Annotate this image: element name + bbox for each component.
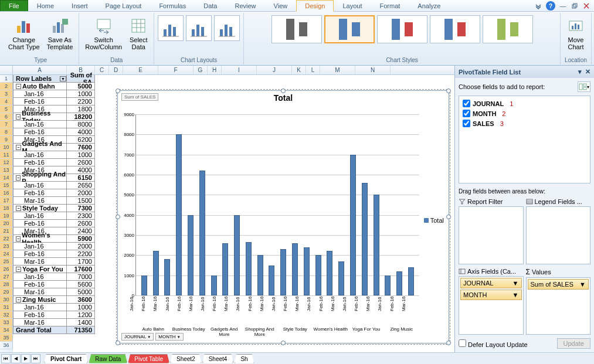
col-header[interactable]: D [109, 66, 123, 74]
row-header[interactable]: 28 [0, 281, 13, 288]
axis-pill[interactable]: MONTH▼ [460, 290, 522, 300]
tab-view[interactable]: View [265, 0, 297, 11]
field-month[interactable]: MONTH2 [461, 108, 588, 118]
col-header[interactable]: A [13, 66, 67, 74]
col-header[interactable]: E [123, 66, 158, 74]
tab-review[interactable]: Review [226, 0, 264, 11]
field-list[interactable]: JOURNAL1MONTH2SALES3 [459, 96, 590, 183]
sheet-nav-next[interactable]: ▶ [21, 354, 30, 363]
file-tab[interactable]: File [0, 0, 28, 11]
row-header[interactable]: 12 [0, 159, 13, 166]
sheet-nav-last[interactable]: ⏭ [31, 354, 40, 363]
col-header[interactable]: C [95, 66, 109, 74]
row-header[interactable]: 9 [0, 136, 13, 144]
window-restore-icon[interactable] [571, 2, 579, 10]
sheet-tab-sheet4[interactable]: Sheet4 [202, 354, 234, 363]
row-header[interactable]: 6 [0, 113, 13, 121]
change-chart-type-button[interactable]: Change Chart Type [6, 15, 42, 52]
row-header[interactable]: 3 [0, 90, 13, 98]
row-header[interactable]: 10 [0, 144, 13, 151]
chart-value-badge[interactable]: Sum of SALES [121, 93, 158, 101]
row-header[interactable]: 19 [0, 212, 13, 220]
window-minimize-icon[interactable]: — [559, 2, 567, 10]
field-sales[interactable]: SALES3 [461, 118, 588, 128]
update-button[interactable]: Update [557, 338, 590, 349]
col-header[interactable]: L [306, 66, 320, 74]
select-data-button[interactable]: Select Data [127, 15, 150, 52]
sheet-tab-sheet2[interactable]: Sheet2 [170, 354, 202, 363]
row-header[interactable]: 4 [0, 98, 13, 106]
save-template-button[interactable]: Save As Template [45, 15, 76, 52]
row-header[interactable]: 22 [0, 235, 13, 243]
col-header[interactable]: I [222, 66, 257, 74]
row-header[interactable]: 33 [0, 319, 13, 326]
defer-update-checkbox[interactable]: Defer Layout Update [459, 339, 528, 348]
switch-row-column-button[interactable]: Switch Row/Column [83, 15, 124, 52]
chart-layout-option[interactable] [214, 15, 240, 41]
row-header[interactable]: 32 [0, 311, 13, 319]
help-icon[interactable]: ? [546, 1, 555, 11]
row-header[interactable]: 11 [0, 151, 13, 159]
col-header[interactable]: K [292, 66, 306, 74]
row-header[interactable]: 8 [0, 128, 13, 136]
tab-analyze[interactable]: Analyze [409, 0, 449, 11]
sheet-nav-first[interactable]: ⏮ [1, 354, 11, 363]
row-header[interactable]: 5 [0, 106, 13, 113]
pivot-chart[interactable]: Sum of SALES Total Total 010002000300040… [117, 90, 449, 343]
col-header[interactable]: F [158, 66, 194, 74]
field-list-dropdown-icon[interactable]: ▾ [578, 68, 582, 76]
row-header[interactable]: 24 [0, 250, 13, 258]
col-header[interactable]: J [257, 66, 292, 74]
row-header[interactable]: 17 [0, 197, 13, 205]
row-header[interactable]: 18 [0, 205, 13, 212]
chart-filter-month[interactable]: MONTH ▼ [155, 333, 183, 341]
tab-home[interactable]: Home [28, 0, 63, 11]
row-header[interactable]: 1 [0, 75, 13, 83]
axis-fields-area[interactable]: JOURNAL▼MONTH▼ [459, 276, 524, 335]
ribbon-minimize-icon[interactable] [534, 2, 542, 10]
row-header[interactable]: 20 [0, 220, 13, 227]
chart-layout-option[interactable] [158, 15, 184, 41]
row-header[interactable]: 29 [0, 288, 13, 296]
values-area[interactable]: Sum of SALES▼ [526, 277, 591, 335]
col-header[interactable]: G [194, 66, 208, 74]
report-filter-area[interactable] [459, 206, 524, 264]
row-header[interactable]: 30 [0, 296, 13, 304]
tab-page-layout[interactable]: Page Layout [97, 0, 151, 11]
row-header[interactable]: 23 [0, 243, 13, 250]
sheet-nav-prev[interactable]: ◀ [11, 354, 21, 363]
window-close-icon[interactable] [582, 2, 590, 10]
row-header[interactable]: 7 [0, 121, 13, 128]
col-header[interactable]: M [320, 66, 355, 74]
row-header[interactable]: 16 [0, 189, 13, 197]
value-pill[interactable]: Sum of SALES▼ [528, 279, 589, 290]
row-header[interactable]: 21 [0, 227, 13, 235]
chart-style-option[interactable] [377, 15, 427, 43]
tab-layout[interactable]: Layout [334, 0, 371, 11]
chart-style-option[interactable] [430, 15, 480, 43]
row-header[interactable]: 34 [0, 326, 13, 334]
tab-format[interactable]: Format [371, 0, 409, 11]
field-list-close-icon[interactable]: ✕ [585, 68, 590, 76]
axis-pill[interactable]: JOURNAL▼ [460, 278, 522, 288]
row-header[interactable]: 25 [0, 258, 13, 266]
sheet-tab-pivot-table[interactable]: Pivot Table [128, 354, 169, 363]
sheet-tab-raw-data[interactable]: Raw Data [89, 354, 127, 363]
col-header[interactable]: H [208, 66, 222, 74]
row-header[interactable]: 15 [0, 182, 13, 189]
sheet-tab-overflow[interactable]: Sh [234, 354, 254, 363]
row-header[interactable]: 26 [0, 266, 13, 273]
row-header[interactable]: 36 [0, 342, 13, 349]
move-chart-button[interactable]: Move Chart [564, 15, 588, 52]
chart-style-option[interactable] [483, 15, 533, 43]
sheet-tab-pivot-chart[interactable]: Pivot Chart [44, 354, 88, 363]
tab-insert[interactable]: Insert [63, 0, 97, 11]
tab-formulas[interactable]: Formulas [150, 0, 195, 11]
chart-style-option[interactable] [271, 15, 322, 43]
col-header[interactable]: N [355, 66, 391, 74]
tab-data[interactable]: Data [195, 0, 226, 11]
row-header[interactable]: 14 [0, 174, 13, 182]
worksheet-area[interactable]: ABCDEFGHIJKLMN 1234567891011121314151617… [0, 66, 454, 352]
row-header[interactable]: 31 [0, 304, 13, 311]
pivot-table[interactable]: Row Labels▼Sum of SA−Auto Bahn5000Jan-16… [13, 75, 107, 334]
